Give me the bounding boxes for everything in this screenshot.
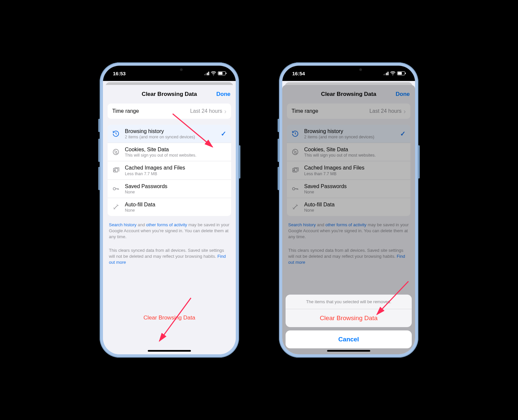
notch	[324, 66, 374, 75]
chevron-right-icon: ›	[224, 108, 226, 114]
home-indicator[interactable]	[327, 350, 370, 352]
wand-icon	[112, 203, 120, 211]
history-icon	[112, 129, 120, 138]
svg-point-3	[115, 153, 116, 153]
cellular-icon	[384, 72, 388, 75]
item-autofill[interactable]: Auto-fill Data None	[108, 198, 231, 216]
page-title: Clear Browsing Data	[142, 91, 197, 98]
status-time: 16:54	[292, 71, 305, 76]
key-icon	[112, 184, 120, 193]
notch	[144, 66, 194, 75]
cellular-icon	[204, 72, 209, 75]
item-subtitle: Less than 7.7 MB	[125, 172, 226, 176]
item-subtitle: This will sign you out of most websites.	[125, 153, 226, 158]
other-activity-link[interactable]: other forms of activity	[146, 222, 187, 227]
status-indicators	[384, 71, 405, 75]
footnote-activity: Search history and other forms of activi…	[108, 222, 231, 240]
search-history-link[interactable]: Search history	[109, 222, 136, 227]
svg-point-7	[113, 187, 116, 190]
cookie-icon	[112, 148, 120, 156]
time-range-value: Last 24 hours	[190, 108, 222, 114]
battery-icon	[397, 71, 405, 75]
svg-point-0	[113, 149, 119, 155]
item-title: Browsing history	[125, 128, 221, 134]
action-sheet-clear-button[interactable]: Clear Browsing Data	[286, 309, 412, 327]
sheet-header: Clear Browsing Data Done	[103, 85, 236, 104]
item-title: Cached Images and Files	[125, 165, 226, 171]
wifi-icon	[211, 71, 216, 75]
action-sheet-message: The items that you selected will be remo…	[286, 295, 412, 309]
home-indicator[interactable]	[148, 350, 191, 352]
item-title: Cookies, Site Data	[125, 146, 226, 153]
status-time: 16:53	[113, 71, 126, 76]
item-title: Auto-fill Data	[125, 201, 226, 208]
svg-point-2	[116, 151, 117, 152]
item-subtitle: None	[125, 190, 226, 194]
item-browsing-history[interactable]: Browsing history 2 items (and more on sy…	[108, 125, 231, 143]
item-subtitle: 2 items (and more on synced devices)	[125, 135, 221, 139]
wifi-icon	[390, 71, 395, 75]
item-title: Saved Passwords	[125, 183, 226, 189]
battery-icon	[218, 71, 226, 75]
checkmark-icon: ✓	[221, 130, 226, 138]
svg-point-1	[115, 151, 115, 152]
item-cookies[interactable]: Cookies, Site Data This will sign you ou…	[108, 143, 231, 161]
time-range-label: Time range	[112, 108, 139, 114]
done-button[interactable]: Done	[216, 91, 231, 98]
status-indicators	[204, 71, 226, 75]
image-stack-icon	[112, 166, 120, 175]
action-sheet: The items that you selected will be remo…	[286, 295, 412, 348]
time-range-row[interactable]: Time range Last 24 hours ›	[108, 104, 231, 119]
phone-mockup-left: 16:53 Clear Browsing Data Done Time rang…	[100, 62, 239, 358]
item-subtitle: None	[125, 208, 226, 213]
action-sheet-cancel-button[interactable]: Cancel	[286, 330, 412, 348]
footnote-sync: This clears synced data from all devices…	[108, 247, 231, 266]
item-cached-images[interactable]: Cached Images and Files Less than 7.7 MB	[108, 161, 231, 179]
clear-browsing-data-button[interactable]: Clear Browsing Data	[108, 305, 231, 324]
item-saved-passwords[interactable]: Saved Passwords None	[108, 180, 231, 198]
svg-point-4	[117, 153, 117, 154]
phone-mockup-right: 16:54 Clear Browsing Data Done Time rang…	[279, 62, 418, 358]
data-types-list: Browsing history 2 items (and more on sy…	[108, 125, 231, 216]
